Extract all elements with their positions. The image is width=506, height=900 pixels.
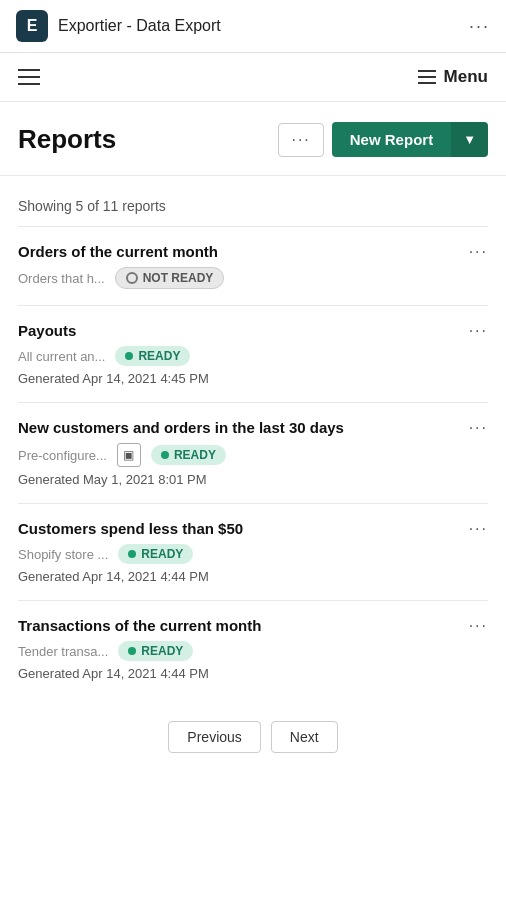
app-title: Exportier - Data Export [58, 17, 221, 35]
report-item: Payouts ··· All current an... READY Gene… [18, 305, 488, 402]
report-status-badge: READY [118, 544, 193, 564]
report-generated-date: Generated Apr 14, 2021 4:45 PM [18, 371, 488, 386]
new-report-dropdown-button[interactable]: ▼ [451, 122, 488, 157]
report-meta: Tender transa... READY [18, 641, 488, 661]
report-description: Orders that h... [18, 271, 105, 286]
hamburger-line [18, 83, 40, 85]
report-item-header: Payouts ··· [18, 322, 488, 340]
more-options-button[interactable]: ··· [278, 123, 323, 157]
report-item: New customers and orders in the last 30 … [18, 402, 488, 503]
report-meta: Orders that h... NOT READY [18, 267, 488, 289]
report-item: Customers spend less than $50 ··· Shopif… [18, 503, 488, 600]
menu-label: Menu [444, 67, 488, 87]
app-icon: E [16, 10, 48, 42]
report-more-button[interactable]: ··· [469, 243, 488, 261]
page-title: Reports [18, 124, 116, 155]
report-description: Pre-configure... [18, 448, 107, 463]
report-item-header: Customers spend less than $50 ··· [18, 520, 488, 538]
menu-button[interactable]: Menu [418, 67, 488, 87]
content-area: Showing 5 of 11 reports Orders of the cu… [0, 176, 506, 783]
report-description: Tender transa... [18, 644, 108, 659]
report-item-header: New customers and orders in the last 30 … [18, 419, 488, 437]
report-title: Transactions of the current month [18, 617, 469, 634]
topbar-more-button[interactable]: ··· [469, 16, 490, 37]
report-description: Shopify store ... [18, 547, 108, 562]
prev-page-button[interactable]: Previous [168, 721, 260, 753]
next-page-button[interactable]: Next [271, 721, 338, 753]
report-more-button[interactable]: ··· [469, 322, 488, 340]
menu-icon [418, 70, 436, 84]
report-more-button[interactable]: ··· [469, 419, 488, 437]
report-status-badge: READY [151, 445, 226, 465]
report-item: Transactions of the current month ··· Te… [18, 600, 488, 697]
hamburger-line [18, 69, 40, 71]
top-bar: E Exportier - Data Export ··· [0, 0, 506, 53]
app-branding: E Exportier - Data Export [16, 10, 221, 42]
report-description: All current an... [18, 349, 105, 364]
nav-bar: Menu [0, 53, 506, 102]
report-calendar-icon: ▣ [117, 443, 141, 467]
report-status-badge: READY [115, 346, 190, 366]
new-report-button[interactable]: New Report [332, 122, 451, 157]
report-more-button[interactable]: ··· [469, 617, 488, 635]
new-report-button-group: New Report ▼ [332, 122, 488, 157]
report-generated-date: Generated May 1, 2021 8:01 PM [18, 472, 488, 487]
report-meta: Shopify store ... READY [18, 544, 488, 564]
report-generated-date: Generated Apr 14, 2021 4:44 PM [18, 569, 488, 584]
hamburger-line [18, 76, 40, 78]
report-title: Payouts [18, 322, 469, 339]
reports-list: Orders of the current month ··· Orders t… [18, 226, 488, 697]
report-status-badge: READY [118, 641, 193, 661]
report-item: Orders of the current month ··· Orders t… [18, 226, 488, 305]
report-generated-date: Generated Apr 14, 2021 4:44 PM [18, 666, 488, 681]
report-title: New customers and orders in the last 30 … [18, 419, 469, 436]
report-more-button[interactable]: ··· [469, 520, 488, 538]
page-header: Reports ··· New Report ▼ [0, 102, 506, 176]
showing-summary: Showing 5 of 11 reports [18, 176, 488, 226]
header-actions: ··· New Report ▼ [278, 122, 488, 157]
report-title: Customers spend less than $50 [18, 520, 469, 537]
report-status-badge: NOT READY [115, 267, 225, 289]
report-meta: All current an... READY [18, 346, 488, 366]
pagination: Previous Next [18, 697, 488, 783]
report-item-header: Orders of the current month ··· [18, 243, 488, 261]
hamburger-menu-button[interactable] [18, 69, 40, 85]
report-item-header: Transactions of the current month ··· [18, 617, 488, 635]
report-meta: Pre-configure... ▣ READY [18, 443, 488, 467]
report-title: Orders of the current month [18, 243, 469, 260]
